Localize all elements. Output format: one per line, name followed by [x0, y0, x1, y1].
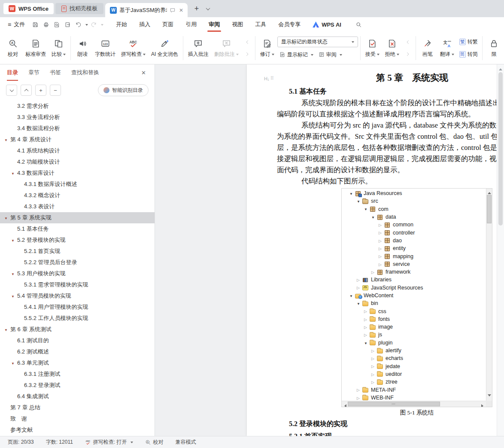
translate-button[interactable]: 翻译: [437, 36, 457, 60]
toc-item[interactable]: 6.1 测试目的: [0, 335, 155, 346]
next-change-button[interactable]: [403, 49, 413, 58]
toc-item[interactable]: 4.2 功能模块设计: [0, 156, 155, 168]
to-simplified-button[interactable]: 简转简: [457, 49, 480, 59]
wps-ai-button[interactable]: WPS AI: [313, 21, 341, 28]
zoom-out-outline-button[interactable]: −: [50, 85, 61, 96]
redo-button[interactable]: [88, 19, 99, 30]
insert-comment-button[interactable]: 插入批注: [185, 36, 211, 60]
toc-item[interactable]: 第 5 章 系统实现: [0, 212, 155, 223]
word-count-button[interactable]: 字数统计: [92, 36, 118, 60]
markup-state-dropdown[interactable]: 显示标记的最终状态: [277, 37, 358, 47]
smart-recognize-toc-button[interactable]: 智能识别目录: [98, 84, 149, 96]
toc-item[interactable]: 5.2 登录模块的实现: [0, 235, 155, 246]
compare-button[interactable]: 比较: [49, 36, 68, 60]
docer-template-tab[interactable]: 找稻壳模板: [55, 3, 103, 14]
print-preview-button[interactable]: [52, 19, 62, 30]
restrict-editing-button[interactable]: 限: [485, 36, 504, 60]
toc-item[interactable]: 5.2.1 首页实现: [0, 246, 155, 257]
heading-drag-handle[interactable]: H₁ ⠿: [264, 76, 274, 81]
show-markup-button[interactable]: 显示标记: [277, 50, 316, 60]
ribbon-tab[interactable]: 会员专享: [272, 17, 307, 32]
ribbon-tab[interactable]: 引用: [179, 17, 203, 32]
ribbon-tab[interactable]: 插入: [133, 17, 156, 32]
toc-item[interactable]: 第 6 章 系统测试: [0, 324, 155, 335]
toc-item[interactable]: 5.2.2 管理员后台登录: [0, 257, 155, 268]
standard-review-button[interactable]: 标准审查: [23, 36, 49, 60]
toc-item[interactable]: 6.3.1 注册测试: [0, 369, 155, 380]
redo-history-chevron-icon[interactable]: [99, 19, 104, 30]
to-traditional-button[interactable]: 繁转繁: [457, 37, 480, 47]
tab-list-chevron-icon[interactable]: [203, 3, 213, 14]
pane-tab[interactable]: 书签: [50, 64, 61, 81]
collapse-arrow-icon[interactable]: [4, 215, 10, 221]
toc-item[interactable]: 4.3.2 概念设计: [0, 190, 155, 201]
proofread-button[interactable]: 校对: [3, 36, 22, 60]
close-tab-icon[interactable]: ✕: [178, 7, 184, 13]
pen-button[interactable]: 画笔: [418, 36, 437, 60]
toc-item[interactable]: 4.3 数据库设计: [0, 168, 155, 179]
toc-item[interactable]: 5.4 管理员模块的实现: [0, 290, 155, 302]
zoom-in-outline-button[interactable]: +: [35, 85, 46, 96]
ribbon-tab[interactable]: 开始: [110, 17, 133, 32]
toc-item[interactable]: 4.1 系统结构设计: [0, 145, 155, 156]
previous-comment-button[interactable]: [243, 37, 252, 46]
pane-tab[interactable]: 章节: [28, 64, 39, 81]
collapse-arrow-icon[interactable]: [4, 327, 10, 332]
previous-change-button[interactable]: [403, 37, 413, 46]
collapse-arrow-icon[interactable]: [4, 137, 10, 143]
toc-item[interactable]: 6.2 测试概述: [0, 346, 155, 357]
scroll-up-icon[interactable]: [499, 67, 502, 70]
toc-item[interactable]: 6.4 集成测试: [0, 391, 155, 402]
pane-tab[interactable]: 查找和替换: [71, 64, 99, 81]
ribbon-tab[interactable]: 页面: [156, 17, 179, 32]
search-button[interactable]: [353, 19, 364, 30]
undo-history-chevron-icon[interactable]: [84, 19, 88, 30]
spell-check-button[interactable]: 拼写检查: [118, 36, 148, 60]
read-aloud-button[interactable]: 朗读: [73, 36, 92, 60]
comment-bubble-icon[interactable]: [170, 7, 176, 13]
ribbon-tab[interactable]: 视图: [226, 17, 249, 32]
print-button[interactable]: [41, 19, 52, 30]
collapse-all-button[interactable]: [21, 85, 32, 96]
collapse-arrow-icon[interactable]: [11, 271, 17, 277]
delete-comment-button[interactable]: 删除批注: [212, 36, 241, 60]
toc-item[interactable]: 6.3 单元测试: [0, 357, 155, 369]
toc-item[interactable]: 5.3.1 需求管理模块的实现: [0, 279, 155, 290]
toc-item[interactable]: 5.3 用户模块的实现: [0, 268, 155, 279]
ai-polish-button[interactable]: AI 全文润色: [149, 36, 181, 60]
file-menu-button[interactable]: ≡ 文件: [4, 21, 28, 28]
word-count-indicator[interactable]: 字数: 12011: [46, 439, 73, 446]
document-scrollbar[interactable]: [497, 64, 504, 436]
toc-item[interactable]: 致 谢: [0, 413, 155, 424]
undo-button[interactable]: [73, 19, 84, 30]
toc-item[interactable]: 第 4 章 系统设计: [0, 134, 155, 145]
spell-check-status[interactable]: 拼写检查: 打开: [85, 439, 133, 446]
accept-change-button[interactable]: 接受: [363, 36, 382, 60]
toc-item[interactable]: 4.3.1 数据库设计概述: [0, 179, 155, 190]
ribbon-tab[interactable]: 工具: [249, 17, 272, 32]
toc-item[interactable]: 6.3.2 登录测试: [0, 380, 155, 391]
collapse-arrow-icon[interactable]: [11, 171, 17, 176]
reject-change-button[interactable]: 拒绝: [383, 36, 402, 60]
toc-item[interactable]: 3.4 数据流程分析: [0, 123, 155, 134]
collapse-arrow-icon[interactable]: [11, 360, 17, 366]
track-changes-button[interactable]: 修订: [258, 36, 277, 60]
review-pane-button[interactable]: 审阅: [316, 50, 344, 60]
document-scroll-thumb[interactable]: [498, 72, 503, 226]
toc-item[interactable]: 5.5.2 工作人员模块的实现: [0, 313, 155, 324]
toc-item[interactable]: 5.4.1 用户管理模块的实现: [0, 302, 155, 313]
toc-item[interactable]: 参考文献: [0, 424, 155, 436]
collapse-arrow-icon[interactable]: [11, 238, 17, 243]
export-button[interactable]: [62, 19, 73, 30]
document-page[interactable]: H₁ ⠿ 第 5 章 系统实现 5.1 基本任务 系统实现阶段的根本目标在这个阶…: [247, 64, 504, 436]
toc-item[interactable]: 4.3.3 表设计: [0, 201, 155, 212]
proofread-status[interactable]: 校对: [145, 439, 164, 446]
next-comment-button[interactable]: [243, 49, 252, 58]
expand-all-button[interactable]: [6, 85, 17, 96]
toc-item[interactable]: 第 7 章 总结: [0, 402, 155, 413]
new-tab-button[interactable]: +: [191, 3, 202, 14]
toc-item[interactable]: 5.1 基本任务: [0, 223, 155, 235]
toc-item[interactable]: 3.2 需求分析: [0, 101, 155, 112]
ribbon-tab[interactable]: 审阅: [203, 17, 226, 32]
document-tab[interactable]: W 基于JavaSSM的养老院信息管 ✕: [105, 3, 188, 17]
